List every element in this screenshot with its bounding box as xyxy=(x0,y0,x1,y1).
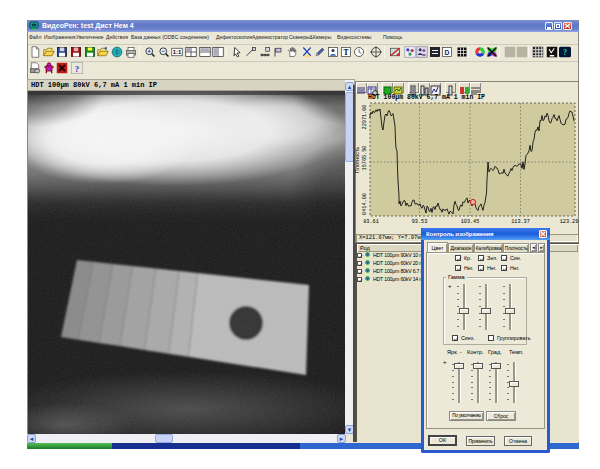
svg-text:22971.00: 22971.00 xyxy=(362,105,368,130)
svg-text:93.53: 93.53 xyxy=(412,219,428,225)
svg-text:0414.00: 0414.00 xyxy=(362,193,368,215)
svg-text:113.37: 113.37 xyxy=(511,219,530,225)
svg-text:?: ? xyxy=(75,64,80,74)
svg-text:15765.50: 15765.50 xyxy=(362,146,368,171)
svg-text:123.29: 123.29 xyxy=(560,219,579,225)
svg-text:T: T xyxy=(343,48,348,57)
svg-text:103.45: 103.45 xyxy=(461,219,480,225)
svg-text:83.61: 83.61 xyxy=(363,219,379,225)
svg-text:D: D xyxy=(445,49,450,56)
svg-text:1:1: 1:1 xyxy=(173,49,182,55)
svg-text:Плотность: Плотность xyxy=(355,147,360,174)
svg-text:?: ? xyxy=(562,48,566,57)
